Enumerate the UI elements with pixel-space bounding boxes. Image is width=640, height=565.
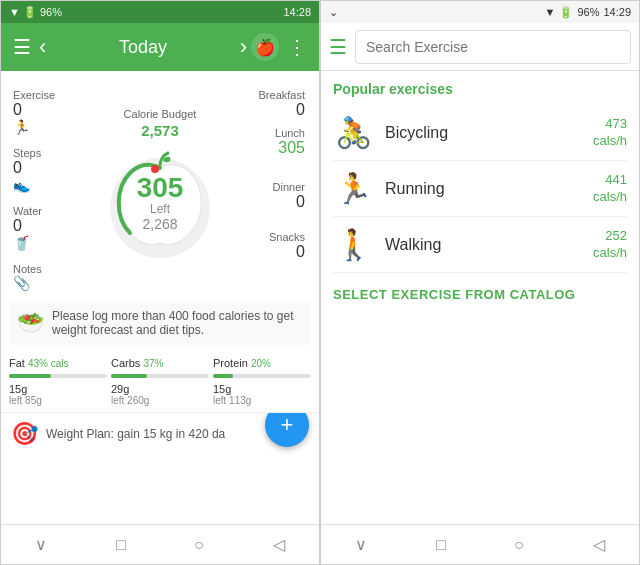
exercise-label: Exercise [13, 89, 55, 101]
right-battery-icon: 🔋 [559, 6, 573, 19]
search-input[interactable] [355, 30, 631, 64]
dinner-value: 0 [296, 193, 305, 211]
breakfast-label: Breakfast [259, 89, 305, 101]
steps-label: Steps [13, 147, 41, 159]
exercise-icon: 🏃 [13, 119, 30, 135]
carbs-left: left 260g [111, 395, 209, 406]
catalog-link[interactable]: SELECT EXERCISE FROM CATALOG [333, 287, 627, 302]
steps-icon: 👟 [13, 177, 30, 193]
notes-icon: 📎 [13, 275, 30, 291]
calorie-left-value: 2,268 [137, 216, 184, 232]
protein-pct: 20% [251, 358, 271, 369]
food-message-icon: 🥗 [17, 310, 44, 336]
add-fab-button[interactable]: + [265, 412, 309, 447]
fat-left: left 85g [9, 395, 107, 406]
right-nav-back-icon[interactable]: ∨ [347, 527, 375, 562]
steps-stat[interactable]: Steps 0 👟 [5, 147, 85, 193]
status-left-icons: ▼ 🔋 96% [9, 6, 62, 19]
exercise-item-walking[interactable]: 🚶 Walking 252 cals/h [333, 217, 627, 273]
nav-circle-icon[interactable]: ○ [186, 528, 212, 562]
water-value: 0 [13, 217, 22, 235]
macros-header: Fat 43% cals Carbs 37% Protein 20% [9, 357, 311, 369]
bicycling-cals-value: 473 [593, 116, 627, 133]
walking-cals-unit: cals/h [593, 245, 627, 262]
running-cals: 441 cals/h [593, 172, 627, 206]
back-button[interactable]: ‹ [35, 30, 50, 64]
fat-value: 15g [9, 383, 107, 395]
right-stats: Breakfast 0 Lunch 305 Dinner 0 Snacks 0 [235, 79, 315, 291]
exercise-item-bicycling[interactable]: 🚴 Bicycling 473 cals/h [333, 105, 627, 161]
protein-values: 15g left 113g [213, 383, 311, 406]
right-nav-circle-icon[interactable]: ○ [506, 528, 532, 562]
right-toolbar: ☰ [321, 23, 639, 71]
walking-cals-value: 252 [593, 228, 627, 245]
fat-label: Fat [9, 357, 28, 369]
menu-icon[interactable]: ☰ [9, 31, 35, 63]
walking-icon: 🚶 [333, 227, 373, 262]
snacks-stat[interactable]: Snacks 0 [269, 231, 311, 261]
bicycling-cals: 473 cals/h [593, 116, 627, 150]
right-status-right: ▼ 🔋 96% 14:29 [545, 6, 631, 19]
fat-values: 15g left 85g [9, 383, 107, 406]
snacks-value: 0 [296, 243, 305, 261]
bottom-nav: ∨ □ ○ ◁ [1, 524, 319, 564]
nav-home-icon[interactable]: □ [108, 528, 134, 562]
exercise-stat[interactable]: Exercise 0 🏃 [5, 89, 85, 135]
protein-bar-container [213, 374, 311, 378]
toolbar-right-icons: 🍎 ⋮ [251, 31, 311, 63]
walking-name: Walking [385, 236, 581, 254]
left-phone-panel: ▼ 🔋 96% 14:28 ☰ ‹ Today › 🍎 ⋮ Exercise 0… [0, 0, 320, 565]
right-nav-triangle-icon[interactable]: ◁ [585, 527, 613, 562]
left-status-bar: ▼ 🔋 96% 14:28 [1, 1, 319, 23]
protein-left: left 113g [213, 395, 311, 406]
right-menu-icon[interactable]: ☰ [329, 35, 347, 59]
right-status-bar: ⌄ ▼ 🔋 96% 14:29 [321, 1, 639, 23]
notes-stat[interactable]: Notes 📎 [5, 263, 85, 291]
popular-exercises-title: Popular exercises [333, 81, 627, 97]
bicycling-cals-unit: cals/h [593, 133, 627, 150]
carbs-bar-container [111, 374, 209, 378]
running-cals-value: 441 [593, 172, 627, 189]
walking-cals: 252 cals/h [593, 228, 627, 262]
right-phone-panel: ⌄ ▼ 🔋 96% 14:29 ☰ Popular exercises 🚴 Bi… [320, 0, 640, 565]
calorie-budget-label: Calorie Budget [124, 108, 197, 120]
food-message-container: 🥗 Please log more than 400 food calories… [9, 301, 311, 345]
wifi-icon: ▼ [9, 6, 20, 18]
calorie-left-label: Left [137, 202, 184, 216]
main-content: Exercise 0 🏃 Steps 0 👟 Water 0 🥤 Notes 📎 [1, 71, 319, 524]
calorie-center: Calorie Budget 2,573 [89, 79, 231, 291]
dinner-stat[interactable]: Dinner 0 [273, 181, 311, 211]
breakfast-stat[interactable]: Breakfast 0 [259, 89, 311, 119]
snacks-label: Snacks [269, 231, 305, 243]
macro-bars [9, 372, 311, 380]
right-time: 14:29 [603, 6, 631, 18]
forward-button[interactable]: › [236, 30, 251, 64]
right-bottom-nav: ∨ □ ○ ◁ [321, 524, 639, 564]
right-battery-pct: 96% [577, 6, 599, 18]
lunch-stat[interactable]: Lunch 305 [275, 127, 311, 157]
battery-percent: 96% [40, 6, 62, 18]
running-name: Running [385, 180, 581, 198]
dinner-label: Dinner [273, 181, 305, 193]
right-wifi-icon: ▼ [545, 6, 556, 18]
exercise-value: 0 [13, 101, 22, 119]
right-nav-home-icon[interactable]: □ [428, 528, 454, 562]
lunch-label: Lunch [275, 127, 305, 139]
carbs-col: Carbs 37% [111, 357, 209, 369]
nav-back-icon[interactable]: ∨ [27, 527, 55, 562]
water-stat[interactable]: Water 0 🥤 [5, 205, 85, 251]
protein-col: Protein 20% [213, 357, 311, 369]
stats-grid: Exercise 0 🏃 Steps 0 👟 Water 0 🥤 Notes 📎 [1, 71, 319, 295]
left-toolbar: ☰ ‹ Today › 🍎 ⋮ [1, 23, 319, 71]
running-icon: 🏃 [333, 171, 373, 206]
toolbar-title: Today [50, 37, 235, 58]
exercise-item-running[interactable]: 🏃 Running 441 cals/h [333, 161, 627, 217]
carbs-bar [111, 374, 147, 378]
apple-container: 305 Left 2,268 [100, 143, 220, 263]
fat-col: Fat 43% cals [9, 357, 107, 369]
calorie-number: 305 [137, 174, 184, 202]
right-main: Popular exercises 🚴 Bicycling 473 cals/h… [321, 71, 639, 524]
weight-plan-icon: 🎯 [11, 421, 38, 447]
nav-triangle-icon[interactable]: ◁ [265, 527, 293, 562]
more-icon[interactable]: ⋮ [283, 31, 311, 63]
